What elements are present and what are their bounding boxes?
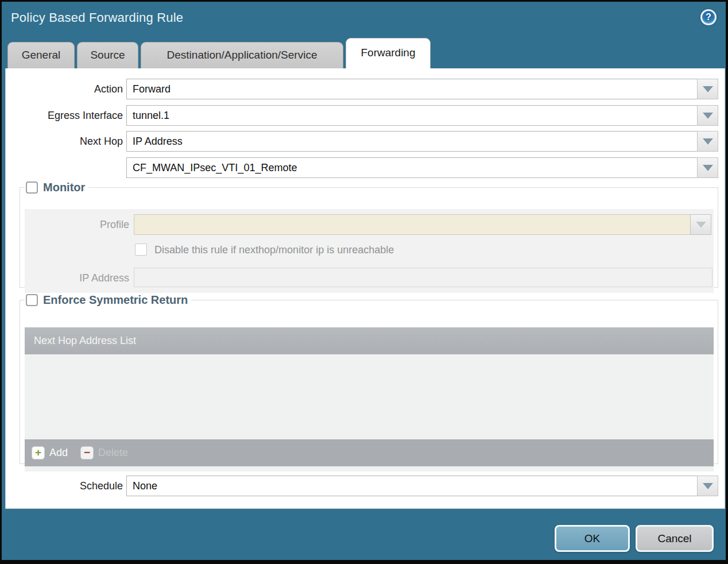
ok-button[interactable]: OK — [555, 525, 630, 552]
monitor-panel: Profile Disable this rule if nexthop/mon… — [25, 209, 714, 293]
egress-interface-dropdown[interactable]: tunnel.1 — [126, 105, 718, 126]
minus-icon: − — [80, 446, 94, 459]
monitor-legend: Monitor — [25, 181, 88, 194]
chevron-down-icon — [703, 483, 713, 489]
next-hop-type-dropdown[interactable]: IP Address — [126, 131, 718, 152]
profile-label: Profile — [25, 215, 129, 234]
profile-value — [134, 214, 690, 235]
chevron-down-icon — [696, 222, 706, 228]
tab-forwarding[interactable]: Forwarding — [346, 38, 431, 68]
tab-general[interactable]: General — [7, 42, 75, 68]
egress-interface-value[interactable]: tunnel.1 — [126, 105, 697, 126]
monitor-group: Monitor Profile Disable this rule if nex… — [20, 181, 718, 288]
schedule-label: Schedule — [7, 476, 123, 496]
help-icon[interactable]: ? — [700, 9, 717, 25]
egress-interface-label: Egress Interface — [7, 106, 123, 125]
egress-interface-dropdown-button[interactable] — [697, 105, 718, 126]
disable-rule-checkbox[interactable] — [135, 244, 147, 256]
monitor-ip-address-label: IP Address — [25, 268, 129, 288]
monitor-ip-address-input — [134, 268, 712, 287]
enforce-symmetric-return-group: Enforce Symmetric Return Next Hop Addres… — [20, 293, 718, 464]
forwarding-tab-panel: Action Forward Egress Interface tunnel.1… — [5, 68, 725, 509]
next-hop-type-dropdown-button[interactable] — [697, 131, 718, 152]
next-hop-address-dropdown-button[interactable] — [697, 157, 718, 178]
next-hop-label: Next Hop — [7, 132, 123, 151]
next-hop-address-list-body[interactable] — [25, 354, 714, 439]
enforce-symmetric-return-legend: Enforce Symmetric Return — [25, 293, 191, 307]
table-bottom-strip — [25, 466, 714, 472]
enforce-symmetric-return-checkbox[interactable] — [26, 294, 38, 306]
plus-icon: + — [32, 446, 45, 459]
delete-button[interactable]: − Delete — [80, 446, 128, 459]
profile-dropdown-button — [690, 214, 711, 235]
tab-bar: General Source Destination/Application/S… — [7, 38, 431, 68]
monitor-legend-label: Monitor — [43, 181, 85, 194]
action-dropdown[interactable]: Forward — [126, 79, 718, 99]
action-label: Action — [7, 79, 123, 99]
schedule-dropdown[interactable]: None — [126, 476, 718, 496]
action-dropdown-button[interactable] — [697, 79, 718, 99]
tab-source[interactable]: Source — [77, 42, 138, 68]
profile-dropdown — [134, 214, 711, 235]
next-hop-address-list-header: Next Hop Address List — [25, 327, 714, 354]
tab-destination-application-service[interactable]: Destination/Application/Service — [141, 42, 343, 68]
disable-rule-checkbox-label: Disable this rule if nexthop/monitor ip … — [154, 244, 394, 256]
next-hop-address-dropdown[interactable]: CF_MWAN_IPsec_VTI_01_Remote — [126, 157, 718, 178]
title-bar: Policy Based Forwarding Rule ? — [2, 2, 726, 36]
next-hop-address-list-table: Next Hop Address List + Add − Delete — [25, 327, 714, 472]
enforce-symmetric-return-legend-label: Enforce Symmetric Return — [43, 293, 188, 307]
chevron-down-icon — [703, 165, 713, 171]
next-hop-address-list-toolbar: + Add − Delete — [25, 439, 714, 466]
cancel-button[interactable]: Cancel — [636, 525, 714, 552]
schedule-value[interactable]: None — [126, 476, 697, 496]
add-button-label: Add — [49, 447, 68, 459]
add-button[interactable]: + Add — [32, 446, 68, 459]
chevron-down-icon — [703, 86, 713, 92]
schedule-dropdown-button[interactable] — [697, 476, 718, 496]
chevron-down-icon — [703, 138, 713, 145]
next-hop-type-value[interactable]: IP Address — [126, 131, 697, 152]
next-hop-address-value[interactable]: CF_MWAN_IPsec_VTI_01_Remote — [126, 157, 697, 178]
delete-button-label: Delete — [98, 447, 128, 459]
action-value[interactable]: Forward — [126, 79, 697, 99]
monitor-checkbox[interactable] — [26, 181, 38, 194]
chevron-down-icon — [703, 113, 713, 119]
pbf-rule-dialog: Policy Based Forwarding Rule ? General S… — [0, 0, 728, 564]
dialog-title: Policy Based Forwarding Rule — [11, 10, 183, 25]
